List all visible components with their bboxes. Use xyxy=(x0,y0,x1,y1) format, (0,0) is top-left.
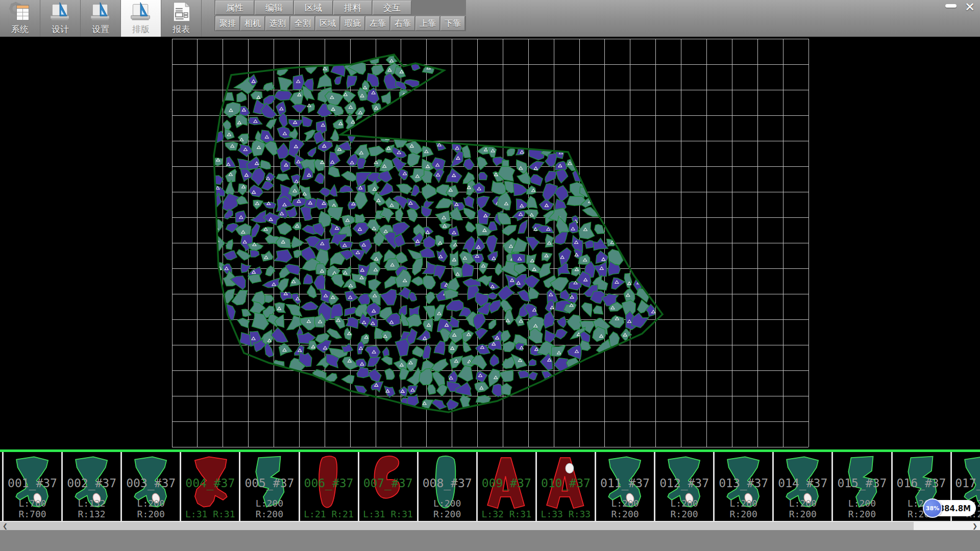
part-id-label: 015_#37 xyxy=(833,477,891,490)
part-id-label: 008_#37 xyxy=(419,477,476,490)
app-window: 系统 设计 设置 xyxy=(0,0,980,551)
nav-nesting-label: 排版 xyxy=(132,23,150,35)
minimize-icon xyxy=(945,4,957,8)
menu-properties[interactable]: 属性 xyxy=(215,1,254,15)
nav-design-label: 设计 xyxy=(52,23,69,35)
part-id-label: 007_#37 xyxy=(359,477,417,490)
nav-report-button[interactable]: 报表 xyxy=(161,0,202,37)
part-thumbnail[interactable]: 007_#37 L:31 R:31 xyxy=(358,452,417,521)
part-id-label: 003_#37 xyxy=(122,477,180,490)
part-thumbnail[interactable]: 013_#37 L:200 R:200 xyxy=(713,452,772,521)
nav-button-bar: 系统 设计 设置 xyxy=(0,0,202,37)
design-icon xyxy=(49,1,71,23)
tool-cut-selected[interactable]: 选割 xyxy=(265,16,290,31)
part-id-label: 004_#37 xyxy=(181,477,239,490)
menu-interaction[interactable]: 交互 xyxy=(373,1,411,15)
system-icon xyxy=(9,1,31,23)
menu-region[interactable]: 区域 xyxy=(294,1,333,15)
tool-align-bottom[interactable]: 下靠 xyxy=(440,16,465,31)
scroll-right-arrow[interactable]: ❯ xyxy=(971,522,979,530)
part-lr-label: L:21 R:21 xyxy=(300,509,358,519)
part-thumbnail[interactable]: 004_#37 L:31 R:31 xyxy=(180,452,239,521)
part-thumbnail[interactable]: 015_#37 L:200 R:200 xyxy=(831,452,891,521)
part-thumbnail[interactable]: 001_#37 L:700 R:700 xyxy=(2,452,61,521)
part-id-label: 010_#37 xyxy=(537,477,595,490)
tool-cut-all[interactable]: 全割 xyxy=(290,16,315,31)
tool-defect[interactable]: 瑕疵 xyxy=(340,16,365,31)
close-button[interactable]: ✕ xyxy=(962,1,978,14)
part-lr-label: L:200 R:200 xyxy=(419,498,476,519)
tool-area[interactable]: 区域 xyxy=(315,16,340,31)
tool-cluster-nest[interactable]: 聚排 xyxy=(215,16,240,31)
memory-value: 384.8M xyxy=(939,504,971,513)
part-id-label: 016_#37 xyxy=(893,477,950,490)
part-id-label: 014_#37 xyxy=(774,477,831,490)
horizontal-scrollbar[interactable]: ❮ ❯ xyxy=(0,522,980,530)
part-lr-label: L:200 R:200 xyxy=(833,498,891,519)
part-id-label: 006_#37 xyxy=(300,477,358,490)
nav-system-button[interactable]: 系统 xyxy=(0,0,40,37)
scrollbar-thumb[interactable] xyxy=(0,522,914,530)
part-lr-label: L:33 R:33 xyxy=(537,509,595,519)
tool-camera[interactable]: 相机 xyxy=(240,16,265,31)
nav-system-label: 系统 xyxy=(11,23,29,35)
minimize-button[interactable] xyxy=(943,1,959,11)
window-controls: ✕ xyxy=(943,1,978,14)
part-id-label: 012_#37 xyxy=(655,477,713,490)
part-id-label: 011_#37 xyxy=(596,477,654,490)
menu-row-main: 属性 编辑 区域 排料 交互 xyxy=(214,0,466,15)
part-lr-label: L:200 R:200 xyxy=(715,498,772,519)
nav-nesting-button[interactable]: 排版 xyxy=(121,0,161,37)
part-thumbnail[interactable]: 011_#37 L:200 R:200 xyxy=(595,452,654,521)
part-lr-label: L:200 R:200 xyxy=(655,498,713,519)
status-bar xyxy=(0,530,980,551)
nesting-canvas[interactable] xyxy=(0,37,980,449)
part-thumbnail[interactable]: 014_#37 L:200 R:200 xyxy=(772,452,831,521)
nav-settings-button[interactable]: 设置 xyxy=(81,0,121,37)
part-thumbnail[interactable]: 002_#37 L:132 R:132 xyxy=(61,452,120,521)
part-id-label: 005_#37 xyxy=(240,477,298,490)
part-id-label: 001_#37 xyxy=(4,477,61,490)
progress-badge: 384.8M 38% xyxy=(923,498,976,518)
part-lr-label: L:31 R:31 xyxy=(181,509,239,519)
nav-report-label: 报表 xyxy=(173,23,190,35)
part-id-label: 002_#37 xyxy=(63,477,120,490)
menu-bars: 属性 编辑 区域 排料 交互 聚排 相机 选割 全割 区域 瑕疵 左靠 右靠 上… xyxy=(214,0,466,31)
part-lr-label: L:32 R:31 xyxy=(478,509,535,519)
tool-align-top[interactable]: 上靠 xyxy=(415,16,440,31)
scroll-left-arrow[interactable]: ❮ xyxy=(1,522,9,530)
nav-settings-label: 设置 xyxy=(92,23,109,35)
part-thumbnail[interactable]: 008_#37 L:200 R:200 xyxy=(417,452,476,521)
main-toolbar: 系统 设计 设置 xyxy=(0,0,980,37)
part-thumbnail[interactable]: 012_#37 L:200 R:200 xyxy=(654,452,713,521)
menu-row-tools: 聚排 相机 选割 全割 区域 瑕疵 左靠 右靠 上靠 下靠 xyxy=(214,16,466,31)
parts-thumbnail-strip: 001_#37 L:700 R:700 002_#37 L:132 R:132 … xyxy=(0,452,980,522)
part-lr-label: L:200 R:200 xyxy=(774,498,831,519)
part-thumbnail[interactable]: 010_#37 L:33 R:33 xyxy=(535,452,595,521)
nest-drawing xyxy=(0,37,980,449)
part-lr-label: L:200 R:200 xyxy=(240,498,298,519)
part-id-label: 009_#37 xyxy=(478,477,535,490)
menu-nesting[interactable]: 排料 xyxy=(333,1,372,15)
part-lr-label: L:700 R:700 xyxy=(4,498,61,519)
tool-align-right[interactable]: 右靠 xyxy=(390,16,415,31)
part-lr-label: L:200 R:200 xyxy=(122,498,180,519)
part-lr-label: L:200 R:200 xyxy=(596,498,654,519)
settings-icon xyxy=(89,1,112,23)
nesting-icon xyxy=(130,1,152,23)
part-id-label: 017_#37 xyxy=(952,477,980,490)
progress-percent-badge: 38% xyxy=(923,498,942,518)
part-thumbnail[interactable]: 005_#37 L:200 R:200 xyxy=(239,452,298,521)
tool-align-left[interactable]: 左靠 xyxy=(365,16,390,31)
nav-design-button[interactable]: 设计 xyxy=(40,0,81,37)
part-id-label: 013_#37 xyxy=(715,477,772,490)
report-icon xyxy=(170,1,192,23)
part-lr-label: L:31 R:31 xyxy=(359,509,417,519)
part-lr-label: L:132 R:132 xyxy=(63,498,120,519)
part-thumbnail[interactable]: 006_#37 L:21 R:21 xyxy=(299,452,358,521)
part-thumbnail[interactable]: 009_#37 L:32 R:31 xyxy=(476,452,535,521)
part-thumbnail[interactable]: 003_#37 L:200 R:200 xyxy=(120,452,180,521)
menu-edit[interactable]: 编辑 xyxy=(255,1,293,15)
